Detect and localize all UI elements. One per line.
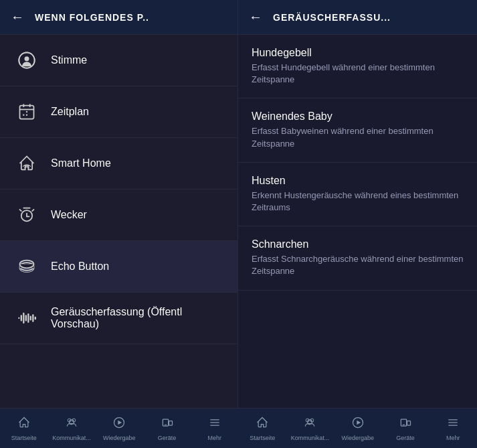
left-item-stimme[interactable]: Stimme xyxy=(0,35,237,86)
husten-desc: Erkennt Hustengeräusche während eines be… xyxy=(252,190,464,214)
schnarchen-desc: Erfasst Schnarchgeräusche während einer … xyxy=(252,253,464,277)
right-item-husten[interactable]: Husten Erkennt Hustengeräusche während e… xyxy=(238,163,477,226)
nav-geraete-left-label: Geräte xyxy=(158,435,177,441)
svg-marker-41 xyxy=(357,420,361,425)
smarthome-label: Smart Home xyxy=(51,157,111,169)
bottom-nav-right: Startseite Kommunikat... Wiedergabe Gerä… xyxy=(239,408,478,448)
left-item-gerauscherfassung[interactable]: Geräuscherfassung (Öffentl Vorschau) xyxy=(0,293,237,344)
play-icon-left xyxy=(112,416,126,433)
chat-icon-right xyxy=(303,416,316,433)
voice-icon xyxy=(13,47,40,74)
husten-title: Husten xyxy=(252,175,464,187)
left-panel-title: WENN FOLGENDES P.. xyxy=(35,12,149,23)
home-icon-right xyxy=(256,416,269,433)
nav-geraete-right-label: Geräte xyxy=(396,435,415,441)
nav-kommunikat-right[interactable]: Kommunikat... xyxy=(286,408,334,448)
right-panel-title: GERÄUSCHERFASSU... xyxy=(273,12,391,23)
hundegebell-title: Hundegebell xyxy=(252,47,464,59)
smarthome-icon xyxy=(13,150,40,177)
chat-icon-left xyxy=(65,416,78,433)
nav-wiedergabe-left-label: Wiedergabe xyxy=(103,435,136,441)
left-panel: ← WENN FOLGENDES P.. Stimme xyxy=(0,0,238,408)
weinendes-baby-desc: Erfasst Babyweinen während einer bestimm… xyxy=(252,125,464,149)
menu-icon-right xyxy=(446,416,460,433)
echo-button-icon xyxy=(13,253,40,280)
devices-icon-left xyxy=(161,416,174,433)
right-item-weinendes-baby[interactable]: Weinendes Baby Erfasst Babyweinen währen… xyxy=(238,98,477,162)
nav-geraete-right[interactable]: Geräte xyxy=(381,408,429,448)
svg-point-7 xyxy=(26,111,27,113)
left-item-wecker[interactable]: Wecker xyxy=(0,190,237,241)
play-icon-right xyxy=(351,416,365,433)
nav-mehr-right[interactable]: Mehr xyxy=(430,408,477,448)
left-item-zeitplan[interactable]: Zeitplan xyxy=(0,86,237,138)
weinendes-baby-title: Weinendes Baby xyxy=(252,110,464,123)
stimme-label: Stimme xyxy=(51,54,87,66)
devices-icon-right xyxy=(399,416,412,433)
hundegebell-desc: Erfasst Hundegebell während einer bestim… xyxy=(252,62,464,86)
nav-mehr-left[interactable]: Mehr xyxy=(191,408,238,448)
right-list: Hundegebell Erfasst Hundegebell während … xyxy=(238,35,477,408)
right-item-schnarchen[interactable]: Schnarchen Erfasst Schnarchgeräusche wäh… xyxy=(238,226,477,290)
nav-mehr-right-label: Mehr xyxy=(446,435,460,441)
nav-wiedergabe-right[interactable]: Wiedergabe xyxy=(334,408,381,448)
svg-marker-30 xyxy=(118,420,122,425)
nav-kommunikat-right-label: Kommunikat... xyxy=(291,435,330,441)
menu-icon-left xyxy=(208,416,221,433)
alarm-icon xyxy=(13,202,40,228)
nav-mehr-left-label: Mehr xyxy=(208,435,222,441)
right-header: ← GERÄUSCHERFASSU... xyxy=(238,0,477,35)
nav-startseite-right[interactable]: Startseite xyxy=(239,408,286,448)
left-back-button[interactable]: ← xyxy=(11,9,24,25)
schnarchen-title: Schnarchen xyxy=(252,238,464,250)
nav-geraete-left[interactable]: Geräte xyxy=(143,408,191,448)
sound-detection-icon xyxy=(13,305,40,331)
left-item-echo-button[interactable]: Echo Button xyxy=(0,241,237,293)
svg-rect-32 xyxy=(169,421,172,425)
nav-startseite-left-label: Startseite xyxy=(11,435,37,441)
echo-button-label: Echo Button xyxy=(51,260,109,273)
nav-kommunikat-left[interactable]: Kommunikat... xyxy=(47,408,95,448)
zeitplan-label: Zeitplan xyxy=(51,106,89,118)
home-icon-left xyxy=(17,416,31,433)
right-panel: ← GERÄUSCHERFASSU... Hundegebell Erfasst… xyxy=(238,0,477,408)
right-back-button[interactable]: ← xyxy=(249,9,262,25)
nav-startseite-left[interactable]: Startseite xyxy=(0,408,47,448)
wecker-label: Wecker xyxy=(51,209,87,221)
nav-startseite-right-label: Startseite xyxy=(250,435,275,441)
left-item-smarthome[interactable]: Smart Home xyxy=(0,138,237,190)
left-list: Stimme Zeitplan xyxy=(0,35,237,408)
svg-point-2 xyxy=(25,56,29,61)
nav-wiedergabe-right-label: Wiedergabe xyxy=(341,435,374,441)
svg-rect-43 xyxy=(407,421,411,425)
schedule-icon xyxy=(13,98,40,125)
bottom-nav: Startseite Kommunikat... Wiedergabe Gerä… xyxy=(0,408,477,448)
svg-point-8 xyxy=(26,115,27,116)
left-header: ← WENN FOLGENDES P.. xyxy=(0,0,237,35)
svg-point-9 xyxy=(23,115,24,116)
right-item-hundegebell[interactable]: Hundegebell Erfasst Hundegebell während … xyxy=(238,35,477,98)
nav-wiedergabe-left[interactable]: Wiedergabe xyxy=(96,408,143,448)
gerauscherfassung-label: Geräuscherfassung (Öffentl Vorschau) xyxy=(51,306,224,330)
nav-kommunikat-left-label: Kommunikat... xyxy=(52,435,91,441)
bottom-nav-left: Startseite Kommunikat... Wiedergabe Gerä… xyxy=(0,408,239,448)
